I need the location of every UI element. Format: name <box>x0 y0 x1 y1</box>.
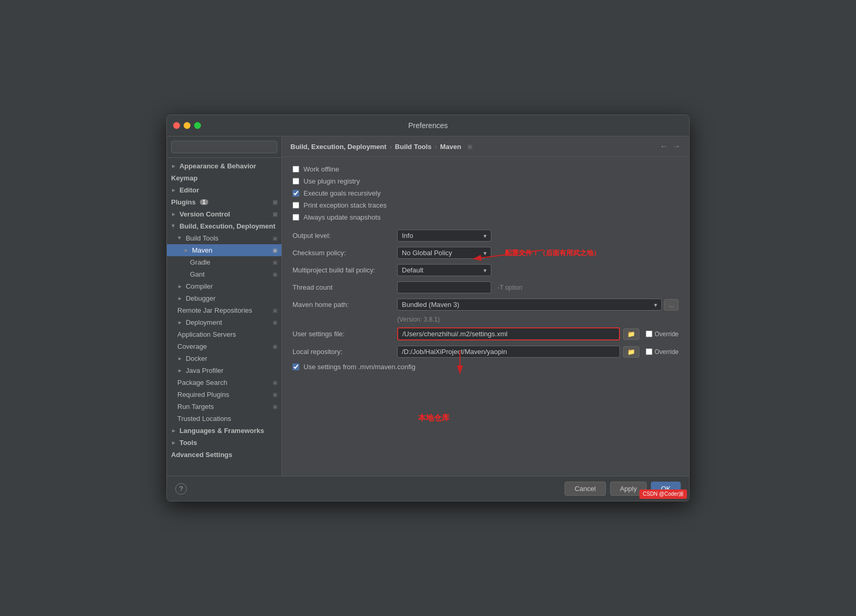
sidebar-item-label: Trusted Locations <box>177 415 231 423</box>
use-plugin-registry-row: Use plugin registry <box>292 177 679 185</box>
sidebar-item-label: Gradle <box>190 258 210 266</box>
maven-home-value: Bundled (Maven 3) ▼ … <box>397 299 679 311</box>
sidebar-item-appearance[interactable]: ► Appearance & Behavior <box>167 160 281 172</box>
always-update-checkbox[interactable] <box>292 214 299 221</box>
sidebar-item-tools[interactable]: ► Tools <box>167 437 281 449</box>
arrow-icon: ► <box>177 356 183 361</box>
print-exception-checkbox[interactable] <box>292 202 299 209</box>
sidebar-item-gradle[interactable]: Gradle ▣ <box>167 256 281 268</box>
search-wrap: 🔍 <box>171 141 277 153</box>
local-repository-value: 📁 Override <box>397 346 679 358</box>
page-icon: ▣ <box>273 235 277 241</box>
sidebar-item-coverage[interactable]: Coverage ▣ <box>167 340 281 352</box>
sidebar-item-label: Version Control <box>179 210 230 218</box>
use-plugin-registry-checkbox[interactable] <box>292 178 299 185</box>
output-level-select[interactable]: Info Debug Error Warning <box>397 230 491 242</box>
local-warehouse-annotation: 本地仓库 <box>418 413 449 423</box>
thread-count-value: -T option <box>397 281 679 293</box>
local-repository-browse-button[interactable]: 📁 <box>623 346 639 358</box>
multiproject-policy-row: Multiproject build fail policy: Default … <box>292 264 679 276</box>
sidebar-item-java-profiler[interactable]: ► Java Profiler <box>167 364 281 377</box>
breadcrumb-sep2: › <box>435 143 437 151</box>
sidebar-item-label: Compiler <box>186 282 213 290</box>
sidebar-item-build-exec[interactable]: ► Build, Execution, Deployment <box>167 220 281 232</box>
search-bar: 🔍 <box>167 136 281 158</box>
thread-count-label: Thread count <box>292 283 397 291</box>
maximize-button[interactable] <box>194 122 201 129</box>
sidebar-item-label: Appearance & Behavior <box>179 162 256 170</box>
sidebar-item-gant[interactable]: Gant ▣ <box>167 268 281 280</box>
execute-goals-label: Execute goals recursively <box>303 189 380 197</box>
sidebar-item-app-servers[interactable]: Application Servers <box>167 328 281 340</box>
use-plugin-registry-label: Use plugin registry <box>303 177 360 185</box>
sidebar-item-deployment[interactable]: ► Deployment ▣ <box>167 316 281 328</box>
arrow-icon: ► <box>171 224 176 229</box>
help-button[interactable]: ? <box>175 483 187 495</box>
sidebar-item-package-search[interactable]: Package Search ▣ <box>167 377 281 389</box>
execute-goals-checkbox[interactable] <box>292 190 299 197</box>
sidebar-item-languages[interactable]: ► Languages & Frameworks <box>167 425 281 437</box>
local-warehouse-text: 本地仓库 <box>418 413 449 422</box>
local-repository-row: Local repository: 📁 Override <box>292 346 679 358</box>
user-settings-value: 📁 Override <box>397 327 679 340</box>
output-level-select-wrap: Info Debug Error Warning ▼ <box>397 230 491 242</box>
sidebar-item-label: Editor <box>179 186 199 194</box>
user-settings-browse-button[interactable]: 📁 <box>623 328 639 340</box>
use-settings-checkbox[interactable] <box>292 363 299 370</box>
always-update-row: Always update snapshots <box>292 213 679 221</box>
sidebar-item-label: Docker <box>186 355 207 362</box>
sidebar-item-label: Tools <box>179 439 197 447</box>
sidebar-item-trusted-locations[interactable]: Trusted Locations <box>167 413 281 425</box>
user-settings-label: User settings file: <box>292 330 397 338</box>
sidebar-item-required-plugins[interactable]: Required Plugins ▣ <box>167 389 281 401</box>
sidebar-item-maven[interactable]: ► Maven ▣ <box>167 244 281 256</box>
sidebar-item-label: Plugins <box>171 198 196 206</box>
nav-forward[interactable]: → <box>672 142 681 151</box>
sidebar-item-label: Keymap <box>171 174 198 182</box>
multiproject-policy-select[interactable]: Default Fail at End Never Fail <box>397 264 491 276</box>
sidebar-item-run-targets[interactable]: Run Targets ▣ <box>167 401 281 413</box>
output-level-label: Output level: <box>292 232 397 239</box>
output-level-value: Info Debug Error Warning ▼ <box>397 230 679 242</box>
search-input[interactable] <box>171 141 277 153</box>
nav-back[interactable]: ← <box>660 142 668 151</box>
thread-count-row: Thread count -T option <box>292 281 679 293</box>
local-repository-override-checkbox[interactable] <box>646 348 652 355</box>
sidebar-item-label: Gant <box>190 270 205 278</box>
maven-version-text: (Version: 3.8.1) <box>397 316 679 323</box>
cancel-button[interactable]: Cancel <box>565 482 605 496</box>
sidebar-item-remote-jar[interactable]: Remote Jar Repositories ▣ <box>167 304 281 316</box>
arrow-icon: ► <box>177 283 183 289</box>
minimize-button[interactable] <box>184 122 190 129</box>
page-icon: ▣ <box>273 307 277 313</box>
sidebar-item-compiler[interactable]: ► Compiler <box>167 280 281 292</box>
thread-count-input[interactable] <box>397 281 491 293</box>
work-offline-checkbox[interactable] <box>292 166 299 173</box>
sidebar-item-version-control[interactable]: ► Version Control ▣ <box>167 208 281 220</box>
maven-home-browse-button[interactable]: … <box>664 299 679 311</box>
page-icon: ▣ <box>273 199 277 205</box>
close-button[interactable] <box>173 122 180 129</box>
csdn-badge: CSDN @Coder派 <box>639 489 687 499</box>
user-settings-input[interactable] <box>397 327 620 340</box>
sidebar-item-debugger[interactable]: ► Debugger <box>167 292 281 304</box>
right-panel: Build, Execution, Deployment › Build Too… <box>282 136 689 476</box>
sidebar-item-build-tools[interactable]: ► Build Tools ▣ <box>167 232 281 244</box>
sidebar-item-docker[interactable]: ► Docker <box>167 352 281 364</box>
breadcrumb-build: Build, Execution, Deployment <box>290 143 386 151</box>
sidebar-item-advanced[interactable]: Advanced Settings <box>167 449 281 461</box>
arrow-icon: ► <box>184 247 189 253</box>
multiproject-policy-label: Multiproject build fail policy: <box>292 266 397 274</box>
sidebar-item-keymap[interactable]: Keymap <box>167 172 281 184</box>
user-settings-override-checkbox[interactable] <box>646 330 652 337</box>
checksum-policy-select[interactable]: No Global Policy Fail Warn Ignore <box>397 247 491 259</box>
arrow-icon: ► <box>177 295 183 301</box>
maven-home-select-wrap: Bundled (Maven 3) ▼ <box>397 299 662 311</box>
checksum-policy-row: Checksum policy: No Global Policy Fail W… <box>292 247 679 259</box>
print-exception-row: Print exception stack traces <box>292 201 679 209</box>
maven-home-select[interactable]: Bundled (Maven 3) <box>397 299 662 311</box>
sidebar-item-plugins[interactable]: Plugins 1 ▣ <box>167 196 281 208</box>
sidebar-item-label: Required Plugins <box>177 391 229 398</box>
local-repository-input[interactable] <box>397 346 620 358</box>
sidebar-item-editor[interactable]: ► Editor <box>167 184 281 196</box>
